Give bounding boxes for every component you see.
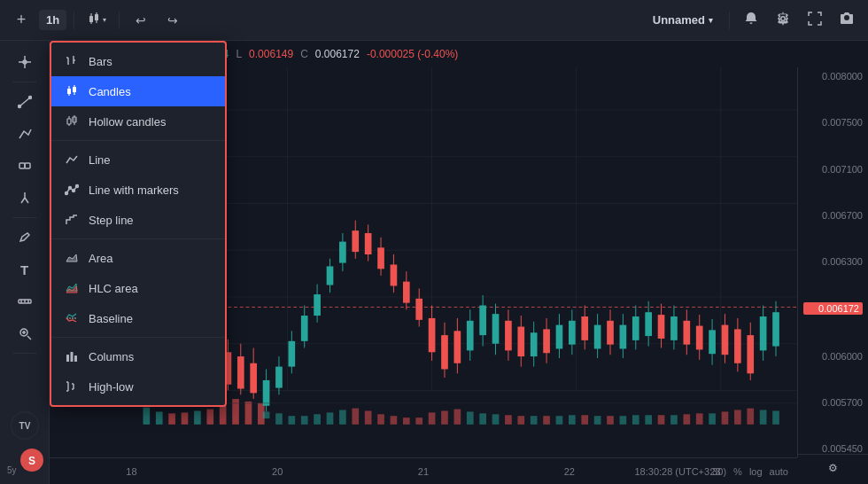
svg-rect-115 — [454, 410, 461, 425]
settings-circle-icon: ⚙ — [828, 462, 838, 474]
svg-rect-190 — [772, 410, 779, 424]
svg-rect-171 — [696, 326, 703, 350]
svg-rect-186 — [760, 316, 767, 350]
tv-logo: TV — [11, 411, 39, 440]
chart-type-button[interactable]: ▾ — [81, 6, 112, 35]
price-level-8: 0.005450 — [803, 443, 863, 454]
svg-rect-85 — [327, 412, 334, 424]
menu-item-bars[interactable]: Bars — [51, 46, 225, 76]
bars-icon — [64, 53, 80, 69]
ohlc-low-label: L — [236, 48, 242, 60]
columns-label: Columns — [89, 350, 134, 363]
log-label[interactable]: log — [749, 466, 763, 477]
svg-rect-87 — [339, 242, 346, 263]
fullscreen-button[interactable] — [801, 6, 829, 35]
zoom-in-button[interactable] — [11, 319, 39, 347]
menu-item-baseline[interactable]: Baseline — [51, 303, 225, 333]
columns-icon — [64, 348, 80, 364]
svg-rect-139 — [556, 416, 563, 425]
symbol-selector-button[interactable]: Unnamed ▾ — [644, 10, 722, 30]
menu-item-hlc-area[interactable]: HLC area — [51, 273, 225, 303]
svg-rect-99 — [391, 265, 398, 286]
add-chart-button[interactable]: + — [7, 6, 35, 35]
chart-type-dropdown: Bars Candles Hollow candles — [50, 41, 227, 407]
bottom-info-bar: 18:30:28 (UTC+3:30) % log auto — [625, 457, 797, 484]
auto-label[interactable]: auto — [770, 466, 788, 477]
fork-button[interactable] — [11, 183, 39, 212]
menu-item-high-low[interactable]: High-low — [51, 371, 225, 402]
svg-rect-157 — [632, 415, 639, 425]
pen-button[interactable] — [11, 223, 39, 252]
price-level-5: 0.006300 — [803, 256, 863, 267]
svg-rect-136 — [543, 416, 550, 425]
svg-rect-69 — [263, 380, 270, 406]
alert-button[interactable] — [737, 6, 765, 35]
drawing-button[interactable] — [11, 152, 39, 180]
gear-icon — [776, 12, 790, 29]
svg-point-209 — [66, 192, 68, 195]
svg-text:S: S — [28, 455, 35, 467]
chart-settings-button[interactable]: ⚙ — [823, 458, 842, 478]
svg-rect-64 — [220, 406, 227, 425]
undo-button[interactable]: ↩ — [127, 6, 155, 35]
redo-button[interactable]: ↪ — [159, 6, 187, 35]
trend-line-button[interactable] — [11, 88, 39, 116]
svg-rect-132 — [531, 332, 538, 356]
svg-rect-180 — [734, 329, 741, 363]
svg-rect-197 — [67, 89, 71, 94]
alert-icon — [744, 12, 758, 29]
area-icon — [64, 250, 80, 266]
svg-rect-151 — [607, 416, 614, 425]
settings-button[interactable] — [769, 6, 797, 35]
crosshair-button[interactable] — [11, 48, 39, 76]
svg-rect-61 — [182, 412, 189, 424]
svg-rect-112 — [441, 410, 448, 424]
svg-rect-105 — [415, 299, 422, 320]
svg-rect-200 — [73, 87, 76, 92]
svg-rect-117 — [467, 321, 474, 351]
svg-rect-102 — [403, 282, 410, 303]
menu-item-line[interactable]: Line — [51, 144, 225, 175]
svg-rect-94 — [365, 410, 372, 424]
ohlc-low-val: 0.006149 — [249, 48, 293, 60]
menu-item-area[interactable]: Area — [51, 243, 225, 273]
svg-rect-189 — [772, 312, 779, 346]
step-line-label: Step line — [89, 214, 134, 227]
camera-icon — [840, 12, 854, 29]
line-label: Line — [89, 153, 111, 167]
redo-icon: ↪ — [167, 13, 178, 27]
svg-rect-163 — [658, 415, 665, 425]
left-toolbar: T TV 5y S — [0, 41, 50, 484]
svg-rect-84 — [327, 266, 334, 285]
svg-rect-59 — [156, 411, 163, 424]
menu-item-columns[interactable]: Columns — [51, 341, 225, 371]
svg-rect-159 — [645, 312, 652, 336]
baseline-icon — [64, 310, 80, 326]
ruler-button[interactable] — [11, 287, 39, 316]
menu-item-step-line[interactable]: Step line — [51, 205, 225, 235]
high-low-icon — [64, 379, 80, 394]
svg-rect-162 — [658, 315, 665, 339]
screenshot-button[interactable] — [833, 6, 861, 35]
svg-point-210 — [69, 187, 72, 190]
price-level-1: 0.008000 — [803, 71, 863, 82]
multi-segment-button[interactable] — [11, 120, 39, 148]
candles-menu-icon — [64, 83, 80, 99]
menu-item-hollow-candles[interactable]: Hollow candles — [51, 106, 225, 137]
svg-rect-216 — [74, 355, 77, 362]
svg-line-9 — [19, 98, 30, 106]
text-button[interactable]: T — [11, 255, 39, 284]
interval-1h-button[interactable]: 1h — [39, 10, 66, 30]
price-level-3: 0.007100 — [803, 164, 863, 175]
svg-rect-154 — [620, 416, 627, 425]
percent-label[interactable]: % — [733, 466, 742, 477]
menu-item-candles[interactable]: Candles — [51, 76, 225, 106]
hollow-candles-label: Hollow candles — [89, 115, 166, 129]
ohlc-close-val: 0.006172 — [315, 48, 360, 60]
svg-rect-150 — [607, 321, 614, 345]
undo-icon: ↩ — [136, 13, 146, 27]
svg-rect-123 — [492, 314, 500, 344]
svg-rect-111 — [441, 335, 448, 369]
menu-item-line-markers[interactable]: Line with markers — [51, 175, 225, 205]
svg-rect-172 — [696, 413, 703, 424]
